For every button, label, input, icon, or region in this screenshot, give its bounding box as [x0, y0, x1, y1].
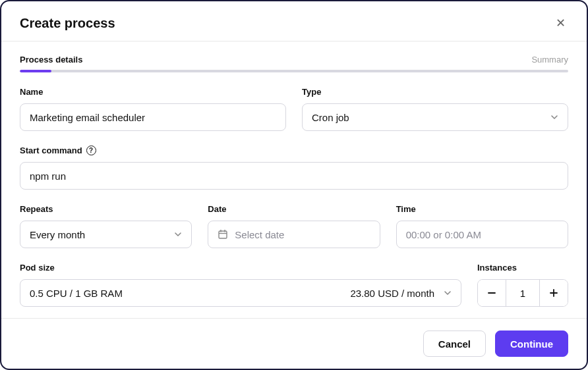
- pod-size-select[interactable]: 0.5 CPU / 1 GB RAM 23.80 USD / month: [20, 279, 461, 307]
- pod-price: 23.80 USD / month: [350, 288, 434, 299]
- increment-button[interactable]: [540, 280, 568, 306]
- pod-size-field: Pod size 0.5 CPU / 1 GB RAM 23.80 USD / …: [20, 263, 461, 307]
- modal-title: Create process: [20, 16, 115, 31]
- start-command-input-wrap[interactable]: [20, 162, 568, 190]
- type-label: Type: [302, 87, 568, 97]
- plus-icon: [549, 288, 558, 298]
- name-input[interactable]: [30, 112, 276, 123]
- time-input[interactable]: [406, 229, 558, 240]
- start-command-label-text: Start command: [20, 145, 82, 155]
- progress-bar: [1, 70, 587, 72]
- pod-spec: 0.5 CPU / 1 GB RAM: [30, 288, 123, 299]
- step-indicator: Process details Summary: [1, 41, 587, 70]
- decrement-button[interactable]: [478, 280, 506, 306]
- name-label: Name: [20, 87, 286, 97]
- instances-label: Instances: [477, 263, 568, 273]
- time-input-wrap[interactable]: [396, 221, 568, 248]
- type-field: Type Cron job: [302, 87, 568, 131]
- continue-button[interactable]: Continue: [495, 330, 568, 357]
- name-input-wrap[interactable]: [20, 103, 286, 131]
- calendar-icon: [218, 229, 228, 240]
- help-icon[interactable]: ?: [86, 145, 96, 155]
- close-icon: ✕: [556, 16, 566, 30]
- progress-track: [20, 70, 568, 72]
- date-input-wrap[interactable]: [208, 221, 380, 248]
- progress-fill: [20, 70, 51, 72]
- svg-rect-0: [219, 231, 227, 238]
- close-button[interactable]: ✕: [553, 14, 568, 32]
- type-value: Cron job: [312, 112, 349, 123]
- date-label: Date: [208, 204, 380, 214]
- start-command-label: Start command ?: [20, 145, 568, 155]
- minus-icon: [487, 288, 496, 298]
- modal-header: Create process ✕: [1, 1, 587, 41]
- repeats-select[interactable]: Every month: [20, 221, 192, 248]
- name-field: Name: [20, 87, 286, 131]
- cancel-button[interactable]: Cancel: [423, 330, 486, 357]
- time-field: Time: [396, 204, 568, 248]
- time-label: Time: [396, 204, 568, 214]
- instances-count: 1: [506, 280, 540, 306]
- start-command-input[interactable]: [30, 171, 558, 182]
- date-field: Date: [208, 204, 380, 248]
- date-input[interactable]: [235, 229, 370, 240]
- create-process-modal: Create process ✕ Process details Summary…: [0, 0, 588, 370]
- chevron-down-icon: [550, 112, 558, 123]
- step-current: Process details: [20, 55, 82, 65]
- repeats-label: Repeats: [20, 204, 192, 214]
- start-command-field: Start command ?: [20, 145, 568, 190]
- instances-field: Instances 1: [477, 263, 568, 307]
- chevron-down-icon: [444, 288, 452, 299]
- instances-stepper: 1: [477, 279, 568, 307]
- type-select[interactable]: Cron job: [302, 103, 568, 131]
- step-next: Summary: [531, 55, 568, 65]
- chevron-down-icon: [174, 229, 182, 240]
- repeats-field: Repeats Every month: [20, 204, 192, 248]
- pod-size-label: Pod size: [20, 263, 461, 273]
- form-body: Name Type Cron job Start command: [1, 72, 587, 318]
- modal-footer: Cancel Continue: [1, 318, 587, 369]
- repeats-value: Every month: [30, 229, 85, 240]
